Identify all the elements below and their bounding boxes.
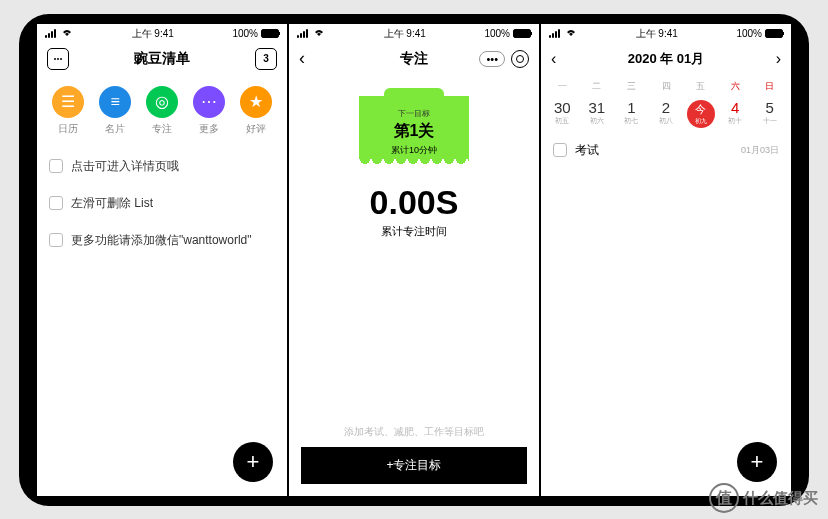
page-title: 专注 (400, 50, 428, 68)
panel-checklist: 上午 9:41 100% 豌豆清单 3 ☰日历≡名片◎专注⋯更多★好评 点击可进… (37, 24, 287, 496)
date-cell[interactable]: 31初六 (580, 97, 615, 130)
signal-icon (549, 29, 560, 38)
signal-icon (297, 29, 308, 38)
quick-action-专注[interactable]: ◎专注 (146, 86, 178, 136)
action-label: 更多 (199, 122, 219, 136)
quick-action-日历[interactable]: ☰日历 (52, 86, 84, 136)
list-item[interactable]: 点击可进入详情页哦 (49, 148, 275, 185)
nav-bar: 豌豆清单 3 (37, 44, 287, 74)
list-item-text: 更多功能请添加微信"wanttoworld" (71, 232, 252, 249)
weekday-cell: 一 (545, 80, 580, 93)
next-month-icon[interactable]: › (776, 50, 781, 68)
weekday-cell: 日 (752, 80, 787, 93)
weekday-row: 一二三四五六日 (541, 74, 791, 95)
status-time: 上午 9:41 (132, 27, 174, 41)
event-name: 考试 (575, 142, 599, 159)
battery-pct: 100% (484, 28, 510, 39)
list-item[interactable]: 左滑可删除 List (49, 185, 275, 222)
battery-pct: 100% (736, 28, 762, 39)
battery-pct: 100% (232, 28, 258, 39)
quick-action-更多[interactable]: ⋯更多 (193, 86, 225, 136)
date-cell[interactable]: 今初九 (683, 97, 718, 130)
weekday-cell: 六 (718, 80, 753, 93)
event-date: 01月03日 (741, 144, 779, 157)
month-title: 2020 年 01月 (628, 50, 705, 68)
target-icon[interactable] (511, 50, 529, 68)
tablet-frame: 上午 9:41 100% 豌豆清单 3 ☰日历≡名片◎专注⋯更多★好评 点击可进… (19, 14, 809, 506)
date-cell[interactable]: 5十一 (752, 97, 787, 130)
action-icon: ◎ (146, 86, 178, 118)
battery-icon (513, 29, 531, 38)
action-label: 名片 (105, 122, 125, 136)
list-item-text: 点击可进入详情页哦 (71, 158, 179, 175)
next-goal-label: 下一目标 (359, 108, 469, 119)
focus-card: 下一目标 第1关 累计10分钟 (359, 96, 469, 165)
weekday-cell: 四 (649, 80, 684, 93)
prev-month-icon[interactable]: ‹ (551, 50, 556, 68)
timer-value: 0.00S (289, 183, 539, 222)
weekday-cell: 二 (580, 80, 615, 93)
add-button[interactable]: + (737, 442, 777, 482)
message-icon[interactable] (47, 48, 69, 70)
action-icon: ★ (240, 86, 272, 118)
nav-bar: ‹ 专注 ••• (289, 44, 539, 74)
quick-action-好评[interactable]: ★好评 (240, 86, 272, 136)
status-time: 上午 9:41 (384, 27, 426, 41)
date-cell[interactable]: 1初七 (614, 97, 649, 130)
timer-label: 累计专注时间 (289, 224, 539, 239)
svg-point-0 (54, 58, 56, 60)
wifi-icon (61, 28, 73, 39)
svg-point-2 (60, 58, 62, 60)
signal-icon (45, 29, 56, 38)
date-row: 30初五31初六1初七2初八今初九4初十5十一 (541, 95, 791, 132)
action-icon: ≡ (99, 86, 131, 118)
panel-focus: 上午 9:41 100% ‹ 专注 ••• 下一目标 第1关 累计10分钟 0.… (289, 24, 539, 496)
wifi-icon (313, 28, 325, 39)
status-time: 上午 9:41 (636, 27, 678, 41)
status-bar: 上午 9:41 100% (289, 24, 539, 44)
weekday-cell: 三 (614, 80, 649, 93)
action-icon: ☰ (52, 86, 84, 118)
calendar-icon[interactable]: 3 (255, 48, 277, 70)
date-cell[interactable]: 2初八 (649, 97, 684, 130)
battery-icon (261, 29, 279, 38)
action-label: 日历 (58, 122, 78, 136)
add-button[interactable]: + (233, 442, 273, 482)
nav-bar: ‹ 2020 年 01月 › (541, 44, 791, 74)
focus-level: 第1关 (359, 121, 469, 142)
panel-calendar: 上午 9:41 100% ‹ 2020 年 01月 › 一二三四五六日 30初五… (541, 24, 791, 496)
date-cell[interactable]: 4初十 (718, 97, 753, 130)
list-item-text: 左滑可删除 List (71, 195, 153, 212)
watermark-text: 什么值得买 (743, 489, 818, 508)
action-icon: ⋯ (193, 86, 225, 118)
action-label: 专注 (152, 122, 172, 136)
checkbox-icon[interactable] (49, 159, 63, 173)
checkbox-icon[interactable] (49, 196, 63, 210)
wifi-icon (565, 28, 577, 39)
status-bar: 上午 9:41 100% (37, 24, 287, 44)
event-item[interactable]: 考试 01月03日 (541, 132, 791, 169)
checkbox-icon[interactable] (49, 233, 63, 247)
hint-text: 添加考试、减肥、工作等目标吧 (301, 425, 527, 439)
action-label: 好评 (246, 122, 266, 136)
watermark: 值 什么值得买 (709, 483, 818, 513)
quick-action-名片[interactable]: ≡名片 (99, 86, 131, 136)
page-title: 豌豆清单 (134, 50, 190, 68)
date-cell[interactable]: 30初五 (545, 97, 580, 130)
weekday-cell: 五 (683, 80, 718, 93)
more-icon[interactable]: ••• (479, 51, 505, 67)
task-list: 点击可进入详情页哦左滑可删除 List更多功能请添加微信"wanttoworld… (37, 144, 287, 263)
quick-actions: ☰日历≡名片◎专注⋯更多★好评 (37, 74, 287, 144)
watermark-icon: 值 (709, 483, 739, 513)
back-icon[interactable]: ‹ (299, 48, 305, 69)
focus-cumulative: 累计10分钟 (359, 144, 469, 157)
svg-point-1 (57, 58, 59, 60)
focus-goal-button[interactable]: +专注目标 (301, 447, 527, 484)
timer: 0.00S 累计专注时间 (289, 183, 539, 239)
status-bar: 上午 9:41 100% (541, 24, 791, 44)
checkbox-icon[interactable] (553, 143, 567, 157)
list-item[interactable]: 更多功能请添加微信"wanttoworld" (49, 222, 275, 259)
battery-icon (765, 29, 783, 38)
